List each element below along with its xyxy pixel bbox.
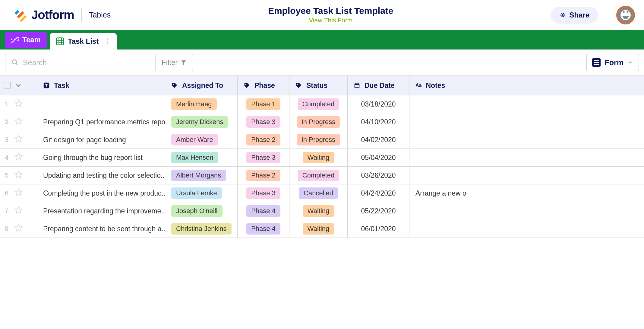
assignee-cell[interactable]: Albert Morgans xyxy=(165,167,238,184)
chevron-down-icon[interactable] xyxy=(15,82,22,89)
star-icon[interactable] xyxy=(14,135,23,145)
status-cell[interactable]: Completed xyxy=(289,167,348,184)
task-cell[interactable]: Going through the bug report list xyxy=(37,149,165,166)
assignee-cell[interactable]: Christina Jenkins xyxy=(165,220,238,238)
table-row[interactable]: 1Merlin HaagPhase 1Completed03/18/2020 xyxy=(0,95,644,113)
phase-tag: Phase 3 xyxy=(246,152,280,163)
row-index-cell: 7 xyxy=(0,202,37,220)
header-assigned[interactable]: Assigned To xyxy=(165,76,238,95)
user-avatar[interactable] xyxy=(616,6,635,24)
star-icon[interactable] xyxy=(14,170,23,180)
table-row[interactable]: 3Gif design for page loadingAmber WarePh… xyxy=(0,131,644,149)
status-cell[interactable]: Waiting xyxy=(289,202,348,220)
header-due[interactable]: Due Date xyxy=(348,76,409,95)
table-row[interactable]: 8Preparing content to be sent through a.… xyxy=(0,220,644,238)
star-icon[interactable] xyxy=(14,224,23,234)
table-row[interactable]: 5Updating and testing the color selectio… xyxy=(0,167,644,184)
phase-cell[interactable]: Phase 4 xyxy=(238,202,289,220)
brand-logo[interactable]: Jotform xyxy=(12,8,74,23)
table-row[interactable]: 6Completing the post in the new produc..… xyxy=(0,184,644,202)
phase-cell[interactable]: Phase 3 xyxy=(238,113,289,131)
table-row[interactable]: 4Going through the bug report listMax He… xyxy=(0,149,644,167)
task-list-tab-label: Task List xyxy=(68,37,99,46)
tab-menu-icon[interactable]: ⋮ xyxy=(104,37,111,45)
due-date-cell[interactable]: 04/02/2020 xyxy=(348,131,409,149)
assignee-cell[interactable]: Amber Ware xyxy=(165,131,238,149)
search-input[interactable] xyxy=(23,58,149,67)
select-all-checkbox[interactable] xyxy=(4,82,11,89)
task-list-tab[interactable]: Task List ⋮ xyxy=(50,33,117,50)
assignee-cell[interactable]: Joseph O'neill xyxy=(165,202,238,220)
team-tab-label: Team xyxy=(22,36,41,44)
team-tab[interactable]: Team xyxy=(5,32,47,48)
notes-cell[interactable] xyxy=(409,113,644,131)
star-icon[interactable] xyxy=(14,99,23,109)
form-icon xyxy=(592,58,601,67)
due-date-cell[interactable]: 05/22/2020 xyxy=(348,202,409,220)
svg-line-9 xyxy=(16,63,18,65)
phase-cell[interactable]: Phase 2 xyxy=(238,131,289,149)
header-status[interactable]: Status xyxy=(289,76,348,95)
view-form-link[interactable]: View This Form xyxy=(309,17,352,24)
notes-cell[interactable] xyxy=(409,220,644,238)
task-cell[interactable]: Preparing content to be sent through a..… xyxy=(37,220,165,238)
share-button[interactable]: Share xyxy=(551,7,598,24)
due-date-cell[interactable]: 05/04/2020 xyxy=(348,149,409,166)
task-cell[interactable]: Gif design for page loading xyxy=(37,131,165,149)
status-cell[interactable]: Waiting xyxy=(289,149,348,166)
status-cell[interactable]: In Progress xyxy=(289,131,348,149)
task-cell[interactable] xyxy=(37,95,165,113)
phase-cell[interactable]: Phase 2 xyxy=(238,167,289,184)
due-date-cell[interactable]: 03/18/2020 xyxy=(348,95,409,113)
due-date-cell[interactable]: 03/26/2020 xyxy=(348,167,409,184)
form-view-button[interactable]: Form xyxy=(586,54,639,71)
due-date-cell[interactable]: 06/01/2020 xyxy=(348,220,409,238)
task-cell[interactable]: Preparing Q1 performance metrics report xyxy=(37,113,165,131)
due-date-cell[interactable]: 04/24/2020 xyxy=(348,184,409,202)
task-cell[interactable]: Completing the post in the new produc... xyxy=(37,184,165,202)
star-icon[interactable] xyxy=(14,152,23,163)
status-cell[interactable]: Waiting xyxy=(289,220,348,238)
phase-cell[interactable]: Phase 1 xyxy=(238,95,289,113)
status-tag: In Progress xyxy=(297,134,340,145)
header-phase[interactable]: Phase xyxy=(238,76,289,95)
phase-cell[interactable]: Phase 3 xyxy=(238,184,289,202)
row-number: 8 xyxy=(4,225,10,233)
table-row[interactable]: 2Preparing Q1 performance metrics report… xyxy=(0,113,644,131)
filter-button[interactable]: Filter xyxy=(156,54,193,71)
data-table: T Task Assigned To Phase Status Due Date… xyxy=(0,75,644,238)
notes-cell[interactable] xyxy=(409,131,644,149)
status-cell[interactable]: Cancelled xyxy=(289,184,348,202)
notes-cell[interactable]: Arrange a new o xyxy=(409,184,644,202)
filter-icon xyxy=(181,59,187,65)
search-box[interactable] xyxy=(5,54,156,71)
notes-cell[interactable] xyxy=(409,167,644,184)
notes-cell[interactable] xyxy=(409,149,644,166)
header-task[interactable]: T Task xyxy=(37,76,165,95)
notes-cell[interactable] xyxy=(409,95,644,113)
header-notes[interactable]: Aa Notes xyxy=(409,76,644,95)
notes-cell[interactable] xyxy=(409,202,644,220)
phase-tag: Phase 4 xyxy=(246,205,280,217)
assignee-tag: Merlin Haag xyxy=(171,98,217,110)
assignee-cell[interactable]: Jeremy Dickens xyxy=(165,113,238,131)
section-label[interactable]: Tables xyxy=(89,11,111,19)
status-cell[interactable]: Completed xyxy=(289,95,348,113)
due-date-cell[interactable]: 04/10/2020 xyxy=(348,113,409,131)
phase-cell[interactable]: Phase 4 xyxy=(238,220,289,238)
star-icon[interactable] xyxy=(14,188,23,198)
svg-point-2 xyxy=(627,11,628,13)
assignee-cell[interactable]: Ursula Lemke xyxy=(165,184,238,202)
star-icon[interactable] xyxy=(14,117,23,127)
assignee-cell[interactable]: Merlin Haag xyxy=(165,95,238,113)
assignee-cell[interactable]: Max Henson xyxy=(165,149,238,166)
phase-tag: Phase 4 xyxy=(246,223,280,235)
status-cell[interactable]: In Progress xyxy=(289,113,348,131)
phase-cell[interactable]: Phase 3 xyxy=(238,149,289,166)
task-cell[interactable]: Updating and testing the color selectio.… xyxy=(37,167,165,184)
task-cell[interactable]: Presentation regarding the improveme... xyxy=(37,202,165,220)
status-tag: In Progress xyxy=(297,116,340,128)
star-icon[interactable] xyxy=(14,206,23,216)
grid-icon xyxy=(56,37,64,46)
table-row[interactable]: 7Presentation regarding the improveme...… xyxy=(0,202,644,220)
